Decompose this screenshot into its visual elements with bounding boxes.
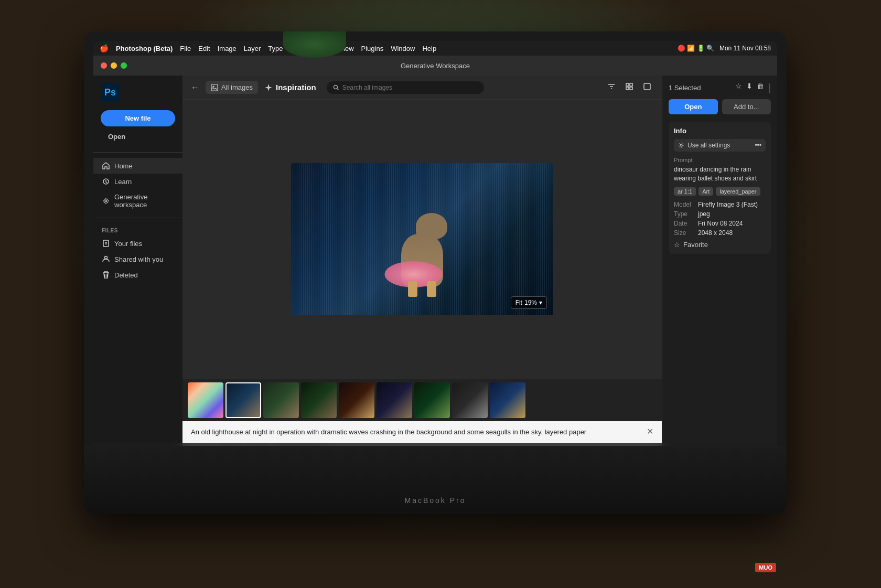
- image-viewer: Fit 19% ▾: [182, 100, 662, 379]
- open-button[interactable]: Open: [669, 99, 718, 114]
- info-tag-layered: layered_paper: [716, 187, 760, 196]
- sidebar-divider-1: [93, 152, 182, 153]
- menu-type[interactable]: Type: [268, 45, 283, 52]
- menubar: 🍎 Photoshop (Beta) File Edit Image Layer…: [93, 41, 777, 56]
- fit-button[interactable]: Fit 19% ▾: [511, 296, 547, 309]
- prompt-section-label: Prompt: [674, 157, 766, 163]
- star-icon[interactable]: ☆: [735, 82, 742, 94]
- info-tags: ar 1:1 Art layered_paper: [674, 187, 766, 196]
- panel-header: 1 Selected ☆ ⬇ 🗑 |: [669, 82, 771, 94]
- favorite-label: Favorite: [683, 241, 708, 249]
- info-model-row: Model Firefly Image 3 (Fast): [674, 201, 766, 208]
- search-container: [327, 81, 484, 94]
- maximize-button[interactable]: [121, 62, 127, 69]
- menu-edit[interactable]: Edit: [198, 45, 210, 52]
- all-images-label: All images: [221, 83, 253, 91]
- fit-label: Fit: [515, 299, 522, 306]
- shared-icon: [102, 255, 110, 263]
- generative-icon: [102, 197, 110, 205]
- svg-rect-7: [626, 83, 629, 86]
- zoom-chevron-icon: ▾: [539, 299, 542, 306]
- apple-logo-icon[interactable]: 🍎: [100, 44, 109, 52]
- svg-rect-10: [630, 87, 632, 90]
- files-section-label: FILES: [93, 223, 182, 236]
- search-icon: [333, 84, 339, 91]
- right-panel: 1 Selected ☆ ⬇ 🗑 | Open Add to... Inf: [662, 76, 777, 483]
- images-icon: [211, 84, 218, 91]
- sidebar-item-learn[interactable]: Learn: [93, 174, 182, 189]
- favorite-button[interactable]: ☆ Favorite: [674, 241, 766, 249]
- svg-rect-8: [630, 83, 632, 86]
- main-image-display: Fit 19% ▾: [291, 163, 553, 315]
- sidebar-shared-label: Shared with you: [114, 255, 163, 263]
- sidebar-learn-label: Learn: [114, 178, 132, 186]
- window-chrome: Generative Workspace: [93, 56, 777, 76]
- delete-icon[interactable]: 🗑: [757, 82, 764, 94]
- favorite-star-icon: ☆: [674, 241, 680, 249]
- thumbnail-8[interactable]: [452, 382, 488, 418]
- menu-layer[interactable]: Layer: [244, 45, 261, 52]
- thumbnail-3[interactable]: [263, 382, 299, 418]
- menu-plugins[interactable]: Plugins: [361, 45, 384, 52]
- sparkle-icon: [264, 83, 273, 92]
- laptop-bottom-bar: MacBook Pro: [84, 446, 787, 514]
- download-icon[interactable]: ⬇: [746, 82, 753, 94]
- menubar-left: 🍎 Photoshop (Beta) File Edit Image Layer…: [100, 44, 436, 52]
- search-input[interactable]: [342, 84, 478, 91]
- thumbnail-1[interactable]: [188, 382, 223, 418]
- info-tag-ar: ar 1:1: [674, 187, 696, 196]
- svg-rect-4: [211, 84, 218, 91]
- open-button[interactable]: Open: [101, 131, 175, 143]
- use-all-settings-button[interactable]: Use all settings •••: [674, 139, 766, 152]
- traffic-lights: [101, 62, 127, 69]
- selected-count: 1 Selected: [669, 84, 701, 92]
- menubar-icons: 🔴 📶 🔋 🔍: [678, 45, 714, 52]
- thumbnail-6[interactable]: [377, 382, 412, 418]
- sidebar-home-label: Home: [114, 162, 133, 170]
- svg-rect-11: [644, 83, 650, 90]
- view-mode-icon[interactable]: [641, 80, 653, 95]
- home-icon: [102, 162, 110, 170]
- screen-bezel: 🍎 Photoshop (Beta) File Edit Image Layer…: [93, 41, 777, 483]
- sidebar-item-shared[interactable]: Shared with you: [93, 251, 182, 267]
- menu-help[interactable]: Help: [422, 45, 436, 52]
- back-button[interactable]: ←: [191, 83, 199, 92]
- sidebar-item-your-files[interactable]: Your files: [93, 236, 182, 251]
- close-button[interactable]: [101, 62, 107, 69]
- more-options-button[interactable]: •••: [755, 142, 761, 149]
- grid-view-icon[interactable]: [623, 80, 636, 95]
- type-label: Type: [674, 210, 695, 218]
- sidebar-item-home[interactable]: Home: [93, 158, 182, 174]
- app-area: Ps New file Open Home Learn Generative: [93, 76, 777, 483]
- thumbnail-4[interactable]: [301, 382, 337, 418]
- thumbnail-2[interactable]: [225, 382, 261, 418]
- panel-divider: |: [768, 82, 771, 94]
- menubar-datetime: Mon 11 Nov 08:58: [719, 45, 771, 52]
- menubar-app-name: Photoshop (Beta): [116, 45, 173, 52]
- info-tag-art: Art: [699, 187, 713, 196]
- zoom-value: 19%: [524, 299, 537, 306]
- add-to-button[interactable]: Add to...: [722, 99, 771, 114]
- menu-file[interactable]: File: [180, 45, 191, 52]
- thumbnail-7[interactable]: [414, 382, 450, 418]
- prompt-close-button[interactable]: ✕: [647, 426, 653, 436]
- toolbar: ← All images Inspiration: [182, 76, 662, 100]
- new-file-button[interactable]: New file: [101, 110, 175, 126]
- sidebar-item-generative-workspace[interactable]: Generative workspace: [93, 189, 182, 212]
- thumbnail-9[interactable]: [490, 382, 525, 418]
- date-value: Fri Nov 08 2024: [698, 220, 743, 227]
- sidebar-item-deleted[interactable]: Deleted: [93, 267, 182, 283]
- menu-image[interactable]: Image: [218, 45, 237, 52]
- window-title: Generative Workspace: [401, 62, 470, 70]
- model-label: Model: [674, 201, 695, 208]
- sidebar-generative-label: Generative workspace: [114, 193, 174, 209]
- minimize-button[interactable]: [111, 62, 117, 69]
- thumbnail-5[interactable]: [339, 382, 374, 418]
- svg-point-5: [213, 86, 214, 87]
- filter-icon[interactable]: [605, 80, 618, 95]
- all-images-button[interactable]: All images: [206, 81, 258, 94]
- menu-window[interactable]: Window: [391, 45, 415, 52]
- settings-icon: [678, 142, 684, 148]
- ps-logo: Ps: [101, 83, 120, 102]
- toolbar-actions: [605, 80, 653, 95]
